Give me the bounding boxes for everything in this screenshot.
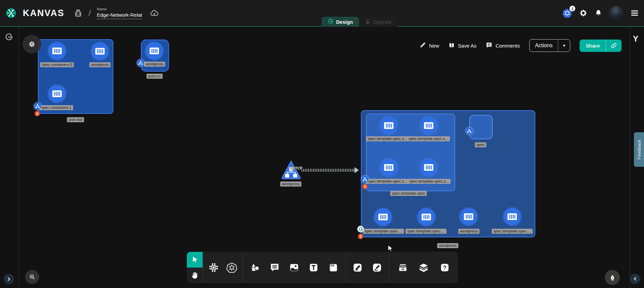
cloud-sync-icon xyxy=(150,8,159,18)
save-as-button[interactable]: Save As xyxy=(448,42,476,49)
node-spec-containers-1[interactable] xyxy=(48,85,66,102)
design-action-bar: New Save As Comments Actions ▼ xyxy=(420,39,622,52)
node-label: wordpress xyxy=(89,62,110,67)
kubernetes-tool-icon[interactable] xyxy=(224,260,239,275)
save-disk-icon xyxy=(448,42,455,49)
node-template-container-3[interactable] xyxy=(420,159,437,176)
breadcrumb-separator: / xyxy=(89,8,91,18)
brand-title: KANVAS xyxy=(23,8,64,18)
node-spec-empty[interactable] xyxy=(469,115,493,139)
share-button[interactable]: Share xyxy=(580,40,622,52)
freehand-draw-icon[interactable] xyxy=(370,260,384,275)
pen-tool-icon[interactable] xyxy=(350,260,365,275)
node-label: spec.template.spec.s... xyxy=(366,136,409,141)
deployment-error-badge[interactable]: 3 xyxy=(358,234,363,239)
tab-operate-label: Operate xyxy=(373,19,391,25)
cluster-gear-icon[interactable] xyxy=(22,35,41,54)
design-name-input[interactable] xyxy=(97,12,142,19)
edge-arrowhead-icon xyxy=(355,167,359,173)
group-label-pod-skd: pod-skd xyxy=(67,117,84,122)
template-error-badge[interactable]: 3 xyxy=(362,184,368,189)
node-deploy-container-0[interactable] xyxy=(374,208,392,226)
comment-icon xyxy=(486,42,492,50)
tab-design-label: Design xyxy=(336,19,353,25)
design-spiral-icon xyxy=(328,18,333,25)
zoom-search-button[interactable] xyxy=(25,270,39,284)
notifications-bell-icon[interactable] xyxy=(594,9,602,17)
pen-nib-button[interactable] xyxy=(605,270,620,285)
node-deploy-container-3[interactable] xyxy=(503,208,521,225)
design-name-field: Name xyxy=(97,7,142,19)
node-label: spec.template.spec.s... xyxy=(366,179,409,184)
note-tool-icon[interactable] xyxy=(326,260,341,275)
collapse-right-panel-button[interactable] xyxy=(630,274,640,284)
hamburger-menu-icon[interactable] xyxy=(630,8,639,18)
group-label-deployment: wordpress xyxy=(437,243,458,248)
node-label: spec.template.spec.s... xyxy=(408,179,450,184)
tab-design[interactable]: Design xyxy=(322,17,359,27)
kubernetes-context-badge: 1 xyxy=(570,6,575,11)
drawer-archive-icon[interactable] xyxy=(395,260,410,275)
svg-text:?: ? xyxy=(443,265,446,271)
chevron-down-icon: ▼ xyxy=(558,44,570,48)
feedback-tab[interactable]: Feedback xyxy=(634,132,644,167)
node-label: wordpress xyxy=(458,229,479,234)
node-template-container-2[interactable] xyxy=(380,159,397,176)
node-label: wordpress xyxy=(144,62,165,67)
image-tool-icon[interactable] xyxy=(287,260,302,275)
settings-gear-icon[interactable] xyxy=(579,9,588,17)
node-label: spec.template.spec.... xyxy=(363,229,404,234)
edge-service-to-deployment[interactable] xyxy=(302,169,355,172)
node-label: spec.template.spec.... xyxy=(492,229,533,234)
service-label: wordpress xyxy=(280,182,301,187)
actions-dropdown-button[interactable]: Actions ▼ xyxy=(529,39,570,52)
select-cursor-tool[interactable] xyxy=(187,252,203,268)
edge-port-label: 80/TCP xyxy=(290,166,303,170)
node-label: spec.template.spec.... xyxy=(406,229,446,234)
actions-divider xyxy=(558,39,558,52)
copy-link-icon[interactable] xyxy=(606,42,622,49)
app-root: KANVAS / Name xyxy=(0,0,644,288)
text-tool-icon[interactable] xyxy=(306,260,321,275)
components-chip-icon[interactable] xyxy=(206,260,221,275)
new-button[interactable]: New xyxy=(420,42,439,49)
canvas-toolbar: ? xyxy=(187,252,458,283)
node-label: spec.template.spec.s... xyxy=(407,136,450,141)
group-label-template: spec.template.spec xyxy=(390,191,427,196)
pan-hand-tool[interactable] xyxy=(187,268,203,283)
left-rail xyxy=(0,27,19,288)
comment-tool-icon[interactable] xyxy=(267,260,282,275)
kanvas-logo-icon[interactable] xyxy=(5,7,17,19)
feedback-label: Feedback xyxy=(637,140,642,159)
y-panel-icon[interactable]: Y xyxy=(633,34,638,44)
template-expand-icon[interactable] xyxy=(361,175,369,183)
help-icon[interactable]: ? xyxy=(437,260,452,275)
header: KANVAS / Name xyxy=(0,0,644,27)
spiral-loader-icon xyxy=(5,33,13,42)
node-spec-containers-0[interactable] xyxy=(48,42,66,60)
node-template-container-1[interactable] xyxy=(420,117,437,134)
node-deploy-container-2[interactable] xyxy=(460,208,477,225)
spec-expand-icon[interactable] xyxy=(466,127,473,135)
pencil-icon xyxy=(420,42,426,49)
pod-skd-error-badge[interactable]: 2 xyxy=(35,111,40,116)
layers-icon[interactable] xyxy=(416,260,431,275)
user-avatar[interactable] xyxy=(609,6,623,20)
workspace-building-icon[interactable] xyxy=(74,9,83,17)
kubernetes-context-button[interactable]: 1 xyxy=(562,8,572,18)
pod-rcc-expand-icon[interactable] xyxy=(137,59,144,67)
deployment-meshery-icon[interactable] xyxy=(357,226,364,232)
operate-person-icon xyxy=(365,18,371,25)
node-label: spec.containers.1 xyxy=(40,105,73,110)
node-wordpress-container[interactable] xyxy=(146,42,163,60)
comments-button[interactable]: Comments xyxy=(486,42,520,50)
shapes-tool-icon[interactable] xyxy=(248,260,262,275)
node-template-container-0[interactable] xyxy=(380,117,397,134)
tab-operate[interactable]: Operate xyxy=(359,17,397,27)
node-wordpress-container[interactable] xyxy=(91,43,109,60)
expand-left-panel-button[interactable] xyxy=(4,274,14,284)
mode-tabs: Design Operate xyxy=(322,17,397,27)
group-label-pod-rcc: pod-rcc xyxy=(147,74,163,79)
node-deploy-container-1[interactable] xyxy=(418,208,435,226)
pod-skd-expand-icon[interactable] xyxy=(34,102,41,110)
